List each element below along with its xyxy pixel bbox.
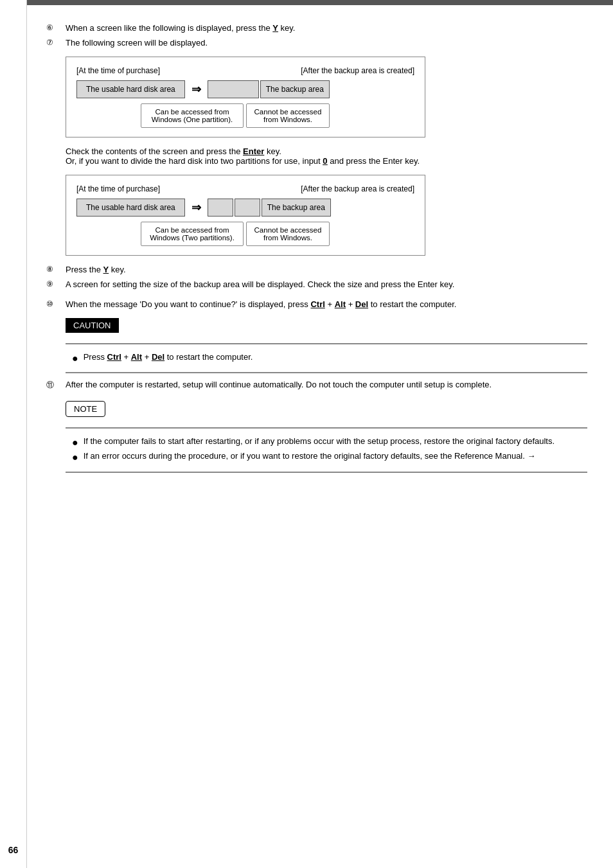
usable-area-box-1b — [208, 80, 259, 98]
alt-key: Alt — [335, 299, 346, 309]
step-9-number: ⑨ — [46, 279, 66, 288]
diagram-2-header: [At the time of purchase] [After the bac… — [76, 184, 414, 193]
step-10-text: When the message 'Do you want to continu… — [66, 299, 587, 309]
step-6-number: ⑥ — [46, 23, 66, 32]
step-6-row: ⑥ When a screen like the following is di… — [46, 23, 587, 33]
access-left-2: Can be accessed fromWindows (Two partiti… — [141, 222, 244, 246]
note-bullet-2-text: If an error occurs during the procedure,… — [84, 451, 587, 461]
step-9-intro-text: Check the contents of the screen and pre… — [66, 146, 587, 166]
access-left-1: Can be accessed fromWindows (One partiti… — [141, 103, 244, 128]
note-bullet-1: ● If the computer fails to start after r… — [72, 436, 587, 448]
backup-area-box-2: The backup area — [262, 199, 331, 217]
note-box: NOTE — [66, 401, 105, 417]
caution-bar: CAUTION — [66, 318, 119, 333]
page-number: 66 — [8, 845, 19, 855]
bullet-dot-3: ● — [72, 451, 78, 463]
arrow-icon: → — [527, 451, 535, 461]
main-content: ⑥ When a screen like the following is di… — [27, 5, 613, 505]
y-key-1: Y — [272, 23, 278, 33]
diagram-1-disk-row: The usable hard disk area ⇒ The backup a… — [76, 80, 414, 98]
step-9-text: A screen for setting the size of the bac… — [66, 279, 587, 289]
note-box-label: NOTE — [74, 404, 97, 414]
diagram-1-bottom: Can be accessed fromWindows (One partiti… — [76, 103, 414, 128]
step-9-row: ⑨ A screen for setting the size of the b… — [46, 279, 587, 289]
ctrl-key-2: Ctrl — [107, 352, 121, 362]
usable-area-box-2b — [208, 199, 233, 217]
step-10-row: ⑩ When the message 'Do you want to conti… — [46, 299, 587, 309]
diagram-1-header: [At the time of purchase] [After the bac… — [76, 66, 414, 75]
bullet-dot-2: ● — [72, 436, 78, 448]
arrow-2: ⇒ — [185, 200, 208, 215]
usable-area-box-2: The usable hard disk area — [76, 199, 185, 217]
diagram-2-left-label: [At the time of purchase] — [76, 184, 160, 193]
diagram-1-right-label: [After the backup area is created] — [301, 66, 414, 75]
backup-area-box-1: The backup area — [260, 80, 330, 98]
access-right-2: Cannot be accessedfrom Windows. — [246, 222, 330, 246]
alt-key-2: Alt — [131, 352, 142, 362]
step-11-number: ⑪ — [46, 380, 66, 391]
step-8-row: ⑧ Press the Y key. — [46, 265, 587, 274]
enter-key: Enter — [243, 146, 264, 156]
top-bar — [0, 0, 613, 5]
note-section: ● If the computer fails to start after r… — [66, 427, 587, 472]
arrow-1: ⇒ — [185, 82, 208, 96]
note-bullet-1-text: If the computer fails to start after res… — [84, 436, 587, 446]
step-8-text: Press the Y key. — [66, 265, 587, 274]
diagram-1: [At the time of purchase] [After the bac… — [66, 57, 425, 137]
caution-text: CAUTION — [73, 321, 111, 330]
ctrl-key: Ctrl — [310, 299, 324, 309]
del-key: Del — [355, 299, 368, 309]
bullet-dot-1: ● — [72, 352, 78, 364]
usable-area-box-1: The usable hard disk area — [76, 80, 185, 98]
step-10-number: ⑩ — [46, 299, 66, 308]
left-sidebar: 66 — [0, 0, 27, 868]
y-key-2: Y — [103, 265, 109, 274]
diagram-2-right-label: [After the backup area is created] — [301, 184, 414, 193]
step-11-row: ⑪ After the computer is restarted, setup… — [46, 380, 587, 391]
caution-divider-section: ● Press Ctrl + Alt + Del to restart the … — [66, 343, 587, 373]
caution-bullet: ● Press Ctrl + Alt + Del to restart the … — [72, 352, 587, 364]
step-11-text: After the computer is restarted, setup w… — [66, 380, 587, 389]
step-9-intro: ⑧ Check the contents of the screen and p… — [46, 146, 587, 166]
diagram-2: [At the time of purchase] [After the bac… — [66, 175, 425, 256]
diagram-2-bottom: Can be accessed fromWindows (Two partiti… — [76, 222, 414, 246]
step-8-number: ⑧ — [46, 265, 66, 274]
zero-key: 0 — [323, 156, 327, 166]
step-7-text: The following screen will be displayed. — [66, 38, 587, 48]
caution-section: CAUTION — [66, 314, 587, 337]
note-bullet-2: ● If an error occurs during the procedur… — [72, 451, 587, 463]
diagram-1-left-label: [At the time of purchase] — [76, 66, 160, 75]
access-right-1: Cannot be accessedfrom Windows. — [246, 103, 330, 128]
step-7-number: ⑦ — [46, 38, 66, 47]
divider-box — [235, 199, 260, 217]
step-7-row: ⑦ The following screen will be displayed… — [46, 38, 587, 48]
diagram-2-disk-row: The usable hard disk area ⇒ The backup a… — [76, 199, 414, 217]
caution-bullet-text: Press Ctrl + Alt + Del to restart the co… — [84, 352, 587, 362]
step-6-text: When a screen like the following is disp… — [66, 23, 587, 33]
note-box-section: NOTE — [66, 397, 587, 421]
del-key-2: Del — [152, 352, 164, 362]
